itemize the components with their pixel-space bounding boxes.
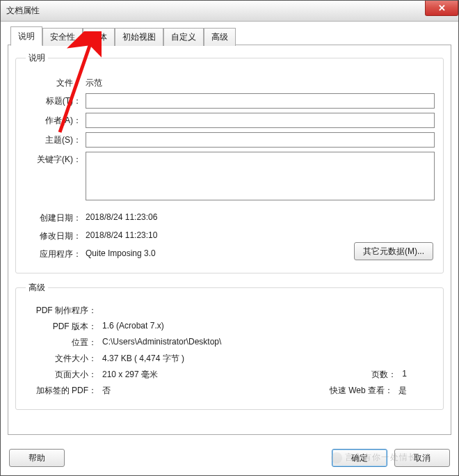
- tab-security[interactable]: 安全性: [42, 28, 83, 46]
- tab-advanced[interactable]: 高级: [204, 28, 236, 46]
- window-title: 文档属性: [6, 5, 40, 17]
- keywords-label: 关键字(K)：: [26, 152, 86, 166]
- dialog-footer: 帮助 确定 取消: [1, 442, 458, 475]
- client-area: 说明 安全性 字体 初始视图 自定义 高级 说明 文件： 示范 标题(T)： 作…: [1, 22, 458, 442]
- document-properties-window: 文档属性 ✕ 说明 安全性 字体 初始视图 自定义 高级 说明 文件： 示范 标…: [0, 0, 459, 476]
- created-label: 创建日期：: [26, 210, 86, 224]
- group-description: 说明 文件： 示范 标题(T)： 作者(A)： 主题(S)：: [15, 52, 444, 273]
- location-value: C:\Users\Administrator\Desktop\: [102, 337, 435, 349]
- keywords-input[interactable]: [86, 152, 435, 200]
- pages-value: 1: [402, 369, 407, 381]
- help-button[interactable]: 帮助: [9, 449, 65, 467]
- close-button[interactable]: ✕: [425, 1, 458, 16]
- modified-value: 2018/8/24 11:23:10: [86, 228, 435, 240]
- tab-panel-description: 说明 文件： 示范 标题(T)： 作者(A)： 主题(S)：: [8, 45, 451, 435]
- author-label: 作者(A)：: [26, 113, 86, 127]
- title-input[interactable]: [86, 93, 435, 109]
- fastweb-value: 是: [398, 385, 407, 397]
- producer-label: PDF 制作程序：: [26, 305, 102, 317]
- fastweb-label: 快速 Web 查看：: [330, 385, 398, 397]
- author-input[interactable]: [86, 113, 435, 128]
- additional-metadata-button[interactable]: 其它元数据(M)...: [354, 242, 433, 260]
- group-advanced: 高级 PDF 制作程序： PDF 版本： 1.6 (Acrobat 7.x) 位…: [15, 282, 444, 410]
- pagesize-label: 页面大小：: [26, 369, 102, 381]
- modified-label: 修改日期：: [26, 228, 86, 242]
- file-value: 示范: [86, 75, 435, 89]
- group-advanced-legend: 高级: [26, 282, 48, 294]
- ok-button[interactable]: 确定: [332, 449, 387, 467]
- group-description-legend: 说明: [26, 52, 48, 64]
- tab-initial-view[interactable]: 初始视图: [115, 28, 163, 46]
- app-label: 应用程序：: [26, 246, 86, 260]
- file-label: 文件：: [26, 75, 86, 89]
- filesize-label: 文件大小：: [26, 353, 102, 365]
- subject-input[interactable]: [86, 132, 435, 148]
- cancel-button[interactable]: 取消: [394, 449, 450, 467]
- tabstrip: 说明 安全性 字体 初始视图 自定义 高级: [8, 27, 451, 45]
- version-value: 1.6 (Acrobat 7.x): [102, 321, 435, 333]
- version-label: PDF 版本：: [26, 321, 102, 333]
- tagged-value: 否: [102, 385, 330, 397]
- title-label: 标题(T)：: [26, 93, 86, 107]
- subject-label: 主题(S)：: [26, 132, 86, 146]
- pagesize-value: 210 x 297 毫米: [102, 369, 371, 381]
- tab-custom[interactable]: 自定义: [163, 28, 204, 46]
- tab-description[interactable]: 说明: [10, 26, 42, 46]
- tab-fonts[interactable]: 字体: [83, 28, 115, 46]
- created-value: 2018/8/24 11:23:06: [86, 210, 435, 222]
- pages-label: 页数：: [371, 369, 402, 381]
- titlebar: 文档属性 ✕: [1, 1, 458, 22]
- close-icon: ✕: [438, 3, 446, 13]
- tagged-label: 加标签的 PDF：: [26, 385, 102, 397]
- filesize-value: 4.37 KB ( 4,474 字节 ): [102, 353, 435, 365]
- producer-value: [102, 305, 435, 317]
- location-label: 位置：: [26, 337, 102, 349]
